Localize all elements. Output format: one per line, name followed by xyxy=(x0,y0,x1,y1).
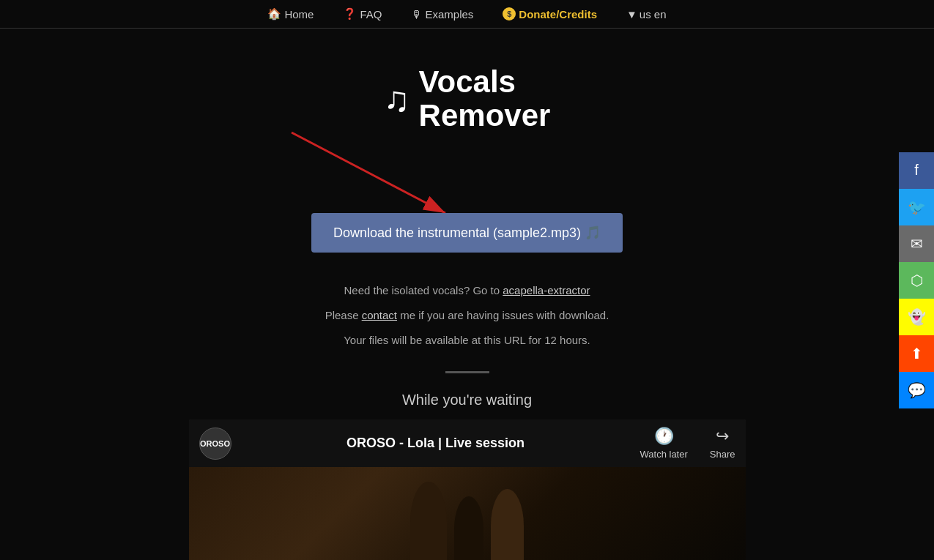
reddit-icon: ⬆ xyxy=(911,345,923,362)
download-area: Download the instrumental (sample2.mp3) … xyxy=(0,169,934,253)
donate-icon: $ xyxy=(503,7,516,20)
info-section: Need the isolated vocals? Go to acapella… xyxy=(325,282,609,356)
main-content: ♫ Vocals Remover Download the instrument… xyxy=(0,29,934,560)
channel-logo-text: OROSO xyxy=(200,439,230,448)
band-silhouette xyxy=(189,467,746,560)
nav-donate[interactable]: $ Donate/Credits xyxy=(503,7,597,20)
video-actions: 🕐 Watch later ↪ Share xyxy=(640,427,735,460)
social-sidebar: f 🐦 ✉ ⬡ 👻 ⬆ 💬 xyxy=(899,152,934,408)
acapella-link[interactable]: acapella-extractor xyxy=(503,284,590,296)
nav-examples-label: Examples xyxy=(425,8,473,20)
files-available-text: Your files will be available at this URL… xyxy=(325,332,609,349)
facebook-icon: f xyxy=(914,162,919,179)
nav-home[interactable]: 🏠 Home xyxy=(267,7,314,20)
mic-icon: 🎙 xyxy=(411,8,422,20)
logo: ♫ Vocals Remover xyxy=(384,65,551,132)
contact-info: Please contact me if you are having issu… xyxy=(325,307,609,324)
snapchat-share-button[interactable]: 👻 xyxy=(899,299,934,335)
contact-suffix: me if you are having issues with downloa… xyxy=(400,309,609,321)
while-waiting-section: While you're waiting OROSO OROSO - Lola … xyxy=(0,392,934,560)
video-title: OROSO - Lola | Live session xyxy=(240,436,631,451)
person-silhouette-3 xyxy=(491,489,524,560)
video-header: OROSO OROSO - Lola | Live session 🕐 Watc… xyxy=(189,419,746,467)
facebook-share-button[interactable]: f xyxy=(899,152,934,189)
email-share-button[interactable]: ✉ xyxy=(899,225,934,262)
nav-lang[interactable]: ▼ us en xyxy=(626,8,667,20)
twitter-icon: 🐦 xyxy=(908,198,926,216)
twitter-share-button[interactable]: 🐦 xyxy=(899,189,934,225)
share-icon: ↪ xyxy=(716,427,729,446)
reddit-share-button[interactable]: ⬆ xyxy=(899,335,934,372)
nav-examples[interactable]: 🎙 Examples xyxy=(411,8,473,20)
messenger-share-button[interactable]: 💬 xyxy=(899,372,934,408)
person-silhouette-2 xyxy=(454,496,483,560)
vocals-info: Need the isolated vocals? Go to acapella… xyxy=(325,282,609,299)
contact-link[interactable]: contact xyxy=(362,309,397,321)
messenger-icon: 💬 xyxy=(908,381,926,399)
download-button[interactable]: Download the instrumental (sample2.mp3) … xyxy=(311,213,623,253)
while-waiting-heading: While you're waiting xyxy=(0,392,934,408)
general-share-button[interactable]: ⬡ xyxy=(899,262,934,299)
acapella-link-text: acapella-extractor xyxy=(503,284,590,296)
share-label: Share xyxy=(710,449,735,460)
watch-later-icon: 🕐 xyxy=(654,427,674,446)
logo-title-line1: Vocals xyxy=(419,64,516,99)
share-button[interactable]: ↪ Share xyxy=(710,427,735,460)
person-silhouette-1 xyxy=(410,482,447,560)
logo-text: Vocals Remover xyxy=(419,65,551,132)
watch-later-label: Watch later xyxy=(640,449,688,460)
nav-home-label: Home xyxy=(284,8,314,20)
watch-later-button[interactable]: 🕐 Watch later xyxy=(640,427,688,460)
share-general-icon: ⬡ xyxy=(911,272,923,289)
vocals-text: Need the isolated vocals? Go to xyxy=(344,284,500,296)
snapchat-icon: 👻 xyxy=(908,308,926,326)
dropdown-arrow-icon: ▼ xyxy=(626,8,637,20)
main-nav: 🏠 Home ❓ FAQ 🎙 Examples $ Donate/Credits… xyxy=(0,0,934,29)
nav-lang-label: us en xyxy=(640,8,667,20)
home-icon: 🏠 xyxy=(267,7,281,20)
channel-logo: OROSO xyxy=(199,428,231,460)
email-icon: ✉ xyxy=(911,235,923,253)
video-thumbnail[interactable] xyxy=(189,467,746,560)
nav-faq[interactable]: ❓ FAQ xyxy=(343,7,382,20)
contact-prefix: Please xyxy=(325,309,359,321)
video-card: OROSO OROSO - Lola | Live session 🕐 Watc… xyxy=(189,419,746,560)
section-divider xyxy=(445,371,489,373)
download-button-label: Download the instrumental (sample2.mp3) … xyxy=(333,225,601,241)
svg-line-1 xyxy=(292,132,445,213)
contact-link-text: contact xyxy=(362,309,397,321)
faq-icon: ❓ xyxy=(343,7,357,20)
nav-donate-label: Donate/Credits xyxy=(519,8,597,20)
nav-faq-label: FAQ xyxy=(360,8,382,20)
music-note-icon: ♫ xyxy=(384,79,410,119)
